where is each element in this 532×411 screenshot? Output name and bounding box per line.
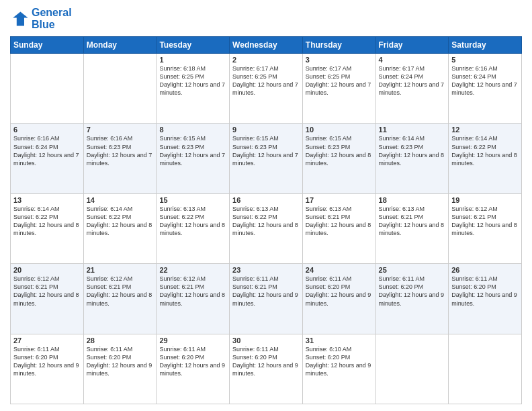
day-number: 17 — [306, 196, 373, 204]
cell-info: Sunrise: 6:11 AMSunset: 6:20 PMDaylight:… — [159, 345, 226, 378]
calendar-cell: 20Sunrise: 6:12 AMSunset: 6:21 PMDayligh… — [11, 264, 84, 334]
cell-info: Sunrise: 6:13 AMSunset: 6:21 PMDaylight:… — [379, 205, 446, 238]
cell-info: Sunrise: 6:12 AMSunset: 6:21 PMDaylight:… — [87, 275, 154, 308]
calendar-cell: 15Sunrise: 6:13 AMSunset: 6:22 PMDayligh… — [157, 193, 230, 263]
calendar-table: SundayMondayTuesdayWednesdayThursdayFrid… — [10, 36, 522, 404]
cell-info: Sunrise: 6:17 AMSunset: 6:25 PMDaylight:… — [232, 64, 300, 97]
cell-info: Sunrise: 6:11 AMSunset: 6:20 PMDaylight:… — [13, 345, 81, 378]
cell-info: Sunrise: 6:14 AMSunset: 6:22 PMDaylight:… — [87, 205, 154, 238]
calendar-cell: 6Sunrise: 6:16 AMSunset: 6:24 PMDaylight… — [11, 124, 84, 193]
calendar-cell: 5Sunrise: 6:16 AMSunset: 6:24 PMDaylight… — [449, 54, 522, 124]
calendar-cell: 27Sunrise: 6:11 AMSunset: 6:20 PMDayligh… — [11, 334, 84, 404]
calendar-cell — [449, 334, 522, 404]
calendar-week-row: 27Sunrise: 6:11 AMSunset: 6:20 PMDayligh… — [11, 334, 522, 404]
cell-info: Sunrise: 6:11 AMSunset: 6:20 PMDaylight:… — [451, 275, 519, 308]
cell-info: Sunrise: 6:16 AMSunset: 6:24 PMDaylight:… — [13, 134, 81, 167]
cell-info: Sunrise: 6:16 AMSunset: 6:23 PMDaylight:… — [87, 134, 154, 167]
calendar-cell: 19Sunrise: 6:12 AMSunset: 6:21 PMDayligh… — [449, 193, 522, 263]
day-number: 30 — [232, 336, 300, 345]
cell-info: Sunrise: 6:14 AMSunset: 6:22 PMDaylight:… — [451, 134, 519, 167]
cell-info: Sunrise: 6:13 AMSunset: 6:22 PMDaylight:… — [232, 205, 300, 238]
calendar-cell: 1Sunrise: 6:18 AMSunset: 6:25 PMDaylight… — [157, 54, 230, 124]
cell-info: Sunrise: 6:10 AMSunset: 6:20 PMDaylight:… — [306, 345, 373, 378]
weekday-header-cell: Tuesday — [157, 37, 230, 54]
calendar-cell: 24Sunrise: 6:11 AMSunset: 6:20 PMDayligh… — [302, 264, 375, 334]
cell-info: Sunrise: 6:14 AMSunset: 6:22 PMDaylight:… — [13, 205, 81, 238]
cell-info: Sunrise: 6:14 AMSunset: 6:23 PMDaylight:… — [379, 134, 446, 167]
day-number: 7 — [87, 126, 154, 134]
calendar-cell: 8Sunrise: 6:15 AMSunset: 6:23 PMDaylight… — [157, 124, 230, 193]
day-number: 18 — [379, 196, 446, 204]
day-number: 26 — [451, 266, 519, 274]
calendar-cell: 25Sunrise: 6:11 AMSunset: 6:20 PMDayligh… — [375, 264, 449, 334]
day-number: 4 — [379, 56, 446, 64]
calendar-cell: 29Sunrise: 6:11 AMSunset: 6:20 PMDayligh… — [157, 334, 230, 404]
calendar-cell: 16Sunrise: 6:13 AMSunset: 6:22 PMDayligh… — [230, 193, 303, 263]
calendar-cell: 23Sunrise: 6:11 AMSunset: 6:21 PMDayligh… — [230, 264, 303, 334]
day-number: 13 — [13, 196, 81, 204]
calendar-cell: 31Sunrise: 6:10 AMSunset: 6:20 PMDayligh… — [302, 334, 375, 404]
calendar-week-row: 1Sunrise: 6:18 AMSunset: 6:25 PMDaylight… — [11, 54, 522, 124]
calendar-cell: 21Sunrise: 6:12 AMSunset: 6:21 PMDayligh… — [83, 264, 157, 334]
day-number: 8 — [159, 126, 226, 134]
calendar-cell: 9Sunrise: 6:15 AMSunset: 6:23 PMDaylight… — [230, 124, 303, 193]
day-number: 23 — [232, 266, 300, 274]
calendar-cell: 7Sunrise: 6:16 AMSunset: 6:23 PMDaylight… — [83, 124, 157, 193]
calendar-cell: 3Sunrise: 6:17 AMSunset: 6:25 PMDaylight… — [302, 54, 375, 124]
day-number: 5 — [451, 56, 519, 64]
calendar-week-row: 13Sunrise: 6:14 AMSunset: 6:22 PMDayligh… — [11, 193, 522, 263]
day-number: 27 — [13, 336, 81, 345]
day-number: 19 — [451, 196, 519, 204]
cell-info: Sunrise: 6:13 AMSunset: 6:22 PMDaylight:… — [159, 205, 226, 238]
calendar-cell: 17Sunrise: 6:13 AMSunset: 6:21 PMDayligh… — [302, 193, 375, 263]
weekday-header-cell: Friday — [375, 37, 449, 54]
cell-info: Sunrise: 6:11 AMSunset: 6:20 PMDaylight:… — [232, 345, 300, 378]
calendar-cell: 10Sunrise: 6:15 AMSunset: 6:23 PMDayligh… — [302, 124, 375, 193]
calendar-cell: 4Sunrise: 6:17 AMSunset: 6:24 PMDaylight… — [375, 54, 449, 124]
calendar-cell — [11, 54, 84, 124]
cell-info: Sunrise: 6:18 AMSunset: 6:25 PMDaylight:… — [159, 64, 226, 97]
calendar-cell: 14Sunrise: 6:14 AMSunset: 6:22 PMDayligh… — [83, 193, 157, 263]
cell-info: Sunrise: 6:17 AMSunset: 6:25 PMDaylight:… — [306, 64, 373, 97]
day-number: 3 — [306, 56, 373, 64]
header: General Blue — [10, 7, 522, 31]
cell-info: Sunrise: 6:13 AMSunset: 6:21 PMDaylight:… — [306, 205, 373, 238]
cell-info: Sunrise: 6:15 AMSunset: 6:23 PMDaylight:… — [232, 134, 300, 167]
weekday-header-row: SundayMondayTuesdayWednesdayThursdayFrid… — [11, 37, 522, 54]
logo-icon — [10, 9, 29, 28]
calendar-cell: 13Sunrise: 6:14 AMSunset: 6:22 PMDayligh… — [11, 193, 84, 263]
day-number: 9 — [232, 126, 300, 134]
cell-info: Sunrise: 6:11 AMSunset: 6:20 PMDaylight:… — [87, 345, 154, 378]
day-number: 16 — [232, 196, 300, 204]
weekday-header-cell: Wednesday — [230, 37, 303, 54]
day-number: 1 — [159, 56, 226, 64]
day-number: 14 — [87, 196, 154, 204]
calendar-cell: 12Sunrise: 6:14 AMSunset: 6:22 PMDayligh… — [449, 124, 522, 193]
svg-marker-0 — [13, 12, 28, 26]
cell-info: Sunrise: 6:11 AMSunset: 6:20 PMDaylight:… — [379, 275, 446, 308]
calendar-cell — [83, 54, 157, 124]
day-number: 28 — [87, 336, 154, 345]
calendar-cell: 2Sunrise: 6:17 AMSunset: 6:25 PMDaylight… — [230, 54, 303, 124]
calendar-week-row: 20Sunrise: 6:12 AMSunset: 6:21 PMDayligh… — [11, 264, 522, 334]
day-number: 24 — [306, 266, 373, 274]
cell-info: Sunrise: 6:11 AMSunset: 6:21 PMDaylight:… — [232, 275, 300, 308]
page: General Blue SundayMondayTuesdayWednesda… — [0, 0, 532, 411]
calendar-cell: 26Sunrise: 6:11 AMSunset: 6:20 PMDayligh… — [449, 264, 522, 334]
day-number: 20 — [13, 266, 81, 274]
day-number: 10 — [306, 126, 373, 134]
calendar-cell: 11Sunrise: 6:14 AMSunset: 6:23 PMDayligh… — [375, 124, 449, 193]
day-number: 29 — [159, 336, 226, 345]
day-number: 21 — [87, 266, 154, 274]
cell-info: Sunrise: 6:15 AMSunset: 6:23 PMDaylight:… — [306, 134, 373, 167]
logo-text: General Blue — [32, 7, 72, 31]
calendar-cell: 18Sunrise: 6:13 AMSunset: 6:21 PMDayligh… — [375, 193, 449, 263]
day-number: 22 — [159, 266, 226, 274]
day-number: 6 — [13, 126, 81, 134]
cell-info: Sunrise: 6:11 AMSunset: 6:20 PMDaylight:… — [306, 275, 373, 308]
calendar-body: 1Sunrise: 6:18 AMSunset: 6:25 PMDaylight… — [11, 54, 522, 404]
cell-info: Sunrise: 6:15 AMSunset: 6:23 PMDaylight:… — [159, 134, 226, 167]
calendar-cell — [375, 334, 449, 404]
day-number: 12 — [451, 126, 519, 134]
weekday-header-cell: Thursday — [302, 37, 375, 54]
